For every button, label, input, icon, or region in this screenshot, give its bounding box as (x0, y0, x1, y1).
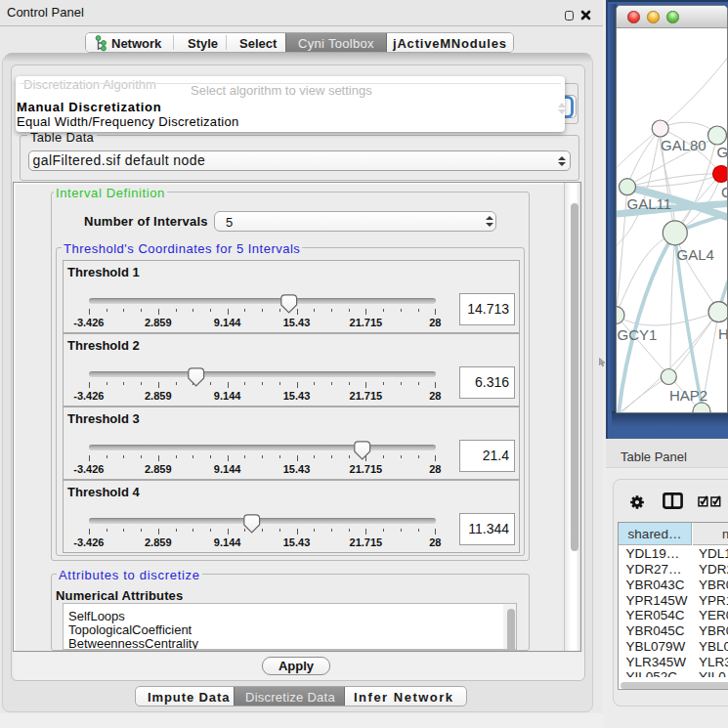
svg-text:HI: HI (718, 325, 728, 342)
svg-text:GAL80: GAL80 (661, 137, 707, 153)
svg-text:GCY1: GCY1 (618, 326, 658, 343)
svg-text:GAL4: GAL4 (677, 246, 714, 263)
svg-text:GA: GA (717, 144, 728, 160)
svg-text:CY: CY (721, 184, 728, 200)
svg-text:GAL11: GAL11 (627, 195, 672, 212)
svg-text:HAP2: HAP2 (669, 387, 707, 404)
